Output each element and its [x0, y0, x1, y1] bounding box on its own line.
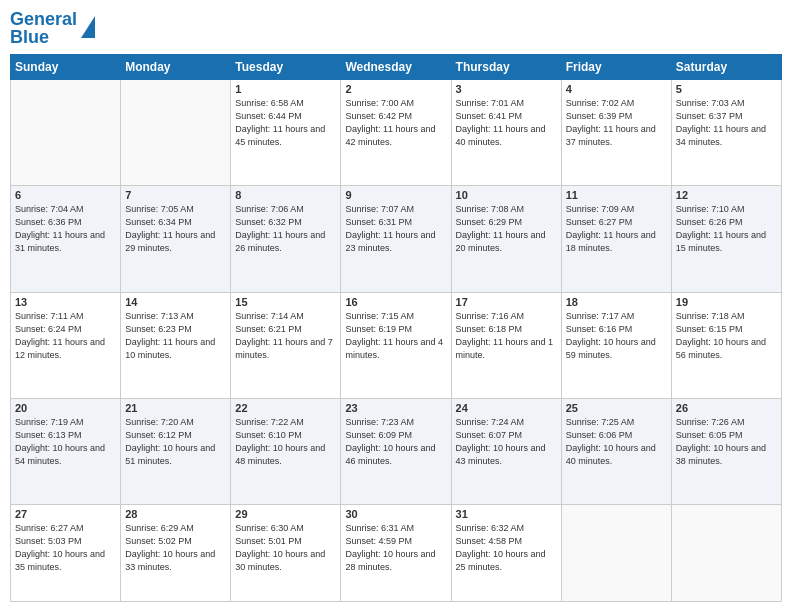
day-number: 2 — [345, 83, 446, 95]
day-info: Sunrise: 7:25 AMSunset: 6:06 PMDaylight:… — [566, 416, 667, 468]
day-info: Sunrise: 6:31 AMSunset: 4:59 PMDaylight:… — [345, 522, 446, 574]
weekday-header: Tuesday — [231, 55, 341, 80]
day-info: Sunrise: 7:03 AMSunset: 6:37 PMDaylight:… — [676, 97, 777, 149]
day-number: 16 — [345, 296, 446, 308]
calendar-week-row: 20Sunrise: 7:19 AMSunset: 6:13 PMDayligh… — [11, 398, 782, 504]
logo-text-general: General — [10, 10, 77, 28]
day-number: 5 — [676, 83, 777, 95]
day-number: 21 — [125, 402, 226, 414]
weekday-header: Friday — [561, 55, 671, 80]
calendar-cell: 7Sunrise: 7:05 AMSunset: 6:34 PMDaylight… — [121, 186, 231, 292]
calendar-week-row: 6Sunrise: 7:04 AMSunset: 6:36 PMDaylight… — [11, 186, 782, 292]
day-info: Sunrise: 7:19 AMSunset: 6:13 PMDaylight:… — [15, 416, 116, 468]
day-info: Sunrise: 6:29 AMSunset: 5:02 PMDaylight:… — [125, 522, 226, 574]
day-info: Sunrise: 7:14 AMSunset: 6:21 PMDaylight:… — [235, 310, 336, 362]
day-number: 12 — [676, 189, 777, 201]
day-number: 24 — [456, 402, 557, 414]
calendar-cell: 10Sunrise: 7:08 AMSunset: 6:29 PMDayligh… — [451, 186, 561, 292]
day-number: 22 — [235, 402, 336, 414]
calendar-cell: 30Sunrise: 6:31 AMSunset: 4:59 PMDayligh… — [341, 505, 451, 602]
day-number: 7 — [125, 189, 226, 201]
calendar-cell: 2Sunrise: 7:00 AMSunset: 6:42 PMDaylight… — [341, 80, 451, 186]
calendar-week-row: 1Sunrise: 6:58 AMSunset: 6:44 PMDaylight… — [11, 80, 782, 186]
weekday-header: Saturday — [671, 55, 781, 80]
day-info: Sunrise: 7:16 AMSunset: 6:18 PMDaylight:… — [456, 310, 557, 362]
calendar-cell: 28Sunrise: 6:29 AMSunset: 5:02 PMDayligh… — [121, 505, 231, 602]
calendar-cell: 26Sunrise: 7:26 AMSunset: 6:05 PMDayligh… — [671, 398, 781, 504]
day-number: 3 — [456, 83, 557, 95]
day-info: Sunrise: 7:15 AMSunset: 6:19 PMDaylight:… — [345, 310, 446, 362]
day-number: 17 — [456, 296, 557, 308]
calendar-cell — [11, 80, 121, 186]
day-info: Sunrise: 7:18 AMSunset: 6:15 PMDaylight:… — [676, 310, 777, 362]
calendar-cell: 1Sunrise: 6:58 AMSunset: 6:44 PMDaylight… — [231, 80, 341, 186]
calendar-cell: 8Sunrise: 7:06 AMSunset: 6:32 PMDaylight… — [231, 186, 341, 292]
calendar-cell: 9Sunrise: 7:07 AMSunset: 6:31 PMDaylight… — [341, 186, 451, 292]
calendar-table: SundayMondayTuesdayWednesdayThursdayFrid… — [10, 54, 782, 602]
day-info: Sunrise: 7:22 AMSunset: 6:10 PMDaylight:… — [235, 416, 336, 468]
calendar-cell: 3Sunrise: 7:01 AMSunset: 6:41 PMDaylight… — [451, 80, 561, 186]
calendar-cell: 24Sunrise: 7:24 AMSunset: 6:07 PMDayligh… — [451, 398, 561, 504]
day-info: Sunrise: 7:20 AMSunset: 6:12 PMDaylight:… — [125, 416, 226, 468]
calendar-cell: 19Sunrise: 7:18 AMSunset: 6:15 PMDayligh… — [671, 292, 781, 398]
day-number: 18 — [566, 296, 667, 308]
day-number: 20 — [15, 402, 116, 414]
calendar-cell: 11Sunrise: 7:09 AMSunset: 6:27 PMDayligh… — [561, 186, 671, 292]
logo-triangle-icon — [81, 16, 95, 38]
calendar-cell: 13Sunrise: 7:11 AMSunset: 6:24 PMDayligh… — [11, 292, 121, 398]
calendar-cell: 18Sunrise: 7:17 AMSunset: 6:16 PMDayligh… — [561, 292, 671, 398]
day-number: 31 — [456, 508, 557, 520]
day-info: Sunrise: 7:00 AMSunset: 6:42 PMDaylight:… — [345, 97, 446, 149]
day-info: Sunrise: 6:30 AMSunset: 5:01 PMDaylight:… — [235, 522, 336, 574]
day-number: 27 — [15, 508, 116, 520]
header: General Blue — [10, 10, 782, 46]
day-info: Sunrise: 7:07 AMSunset: 6:31 PMDaylight:… — [345, 203, 446, 255]
calendar-cell: 27Sunrise: 6:27 AMSunset: 5:03 PMDayligh… — [11, 505, 121, 602]
page: General Blue SundayMondayTuesdayWednesda… — [0, 0, 792, 612]
day-info: Sunrise: 7:24 AMSunset: 6:07 PMDaylight:… — [456, 416, 557, 468]
weekday-header: Sunday — [11, 55, 121, 80]
day-number: 9 — [345, 189, 446, 201]
calendar-cell: 5Sunrise: 7:03 AMSunset: 6:37 PMDaylight… — [671, 80, 781, 186]
calendar-cell: 4Sunrise: 7:02 AMSunset: 6:39 PMDaylight… — [561, 80, 671, 186]
day-number: 26 — [676, 402, 777, 414]
day-info: Sunrise: 6:32 AMSunset: 4:58 PMDaylight:… — [456, 522, 557, 574]
weekday-header: Monday — [121, 55, 231, 80]
day-info: Sunrise: 7:11 AMSunset: 6:24 PMDaylight:… — [15, 310, 116, 362]
calendar-cell: 21Sunrise: 7:20 AMSunset: 6:12 PMDayligh… — [121, 398, 231, 504]
day-info: Sunrise: 7:09 AMSunset: 6:27 PMDaylight:… — [566, 203, 667, 255]
calendar-cell: 29Sunrise: 6:30 AMSunset: 5:01 PMDayligh… — [231, 505, 341, 602]
day-number: 23 — [345, 402, 446, 414]
day-info: Sunrise: 7:17 AMSunset: 6:16 PMDaylight:… — [566, 310, 667, 362]
day-info: Sunrise: 7:02 AMSunset: 6:39 PMDaylight:… — [566, 97, 667, 149]
calendar-cell: 23Sunrise: 7:23 AMSunset: 6:09 PMDayligh… — [341, 398, 451, 504]
logo-text-blue: Blue — [10, 28, 77, 46]
calendar-cell — [671, 505, 781, 602]
day-number: 15 — [235, 296, 336, 308]
calendar-week-row: 27Sunrise: 6:27 AMSunset: 5:03 PMDayligh… — [11, 505, 782, 602]
day-info: Sunrise: 7:06 AMSunset: 6:32 PMDaylight:… — [235, 203, 336, 255]
day-number: 6 — [15, 189, 116, 201]
calendar-cell: 31Sunrise: 6:32 AMSunset: 4:58 PMDayligh… — [451, 505, 561, 602]
day-number: 29 — [235, 508, 336, 520]
day-number: 1 — [235, 83, 336, 95]
day-info: Sunrise: 7:05 AMSunset: 6:34 PMDaylight:… — [125, 203, 226, 255]
day-info: Sunrise: 7:08 AMSunset: 6:29 PMDaylight:… — [456, 203, 557, 255]
day-info: Sunrise: 7:10 AMSunset: 6:26 PMDaylight:… — [676, 203, 777, 255]
day-number: 8 — [235, 189, 336, 201]
day-number: 25 — [566, 402, 667, 414]
calendar-cell — [561, 505, 671, 602]
day-number: 13 — [15, 296, 116, 308]
calendar-cell: 16Sunrise: 7:15 AMSunset: 6:19 PMDayligh… — [341, 292, 451, 398]
calendar-cell: 25Sunrise: 7:25 AMSunset: 6:06 PMDayligh… — [561, 398, 671, 504]
calendar-cell: 15Sunrise: 7:14 AMSunset: 6:21 PMDayligh… — [231, 292, 341, 398]
day-number: 11 — [566, 189, 667, 201]
day-number: 10 — [456, 189, 557, 201]
day-info: Sunrise: 7:23 AMSunset: 6:09 PMDaylight:… — [345, 416, 446, 468]
day-info: Sunrise: 6:27 AMSunset: 5:03 PMDaylight:… — [15, 522, 116, 574]
weekday-header: Wednesday — [341, 55, 451, 80]
day-number: 28 — [125, 508, 226, 520]
calendar-cell: 14Sunrise: 7:13 AMSunset: 6:23 PMDayligh… — [121, 292, 231, 398]
day-number: 4 — [566, 83, 667, 95]
day-number: 19 — [676, 296, 777, 308]
